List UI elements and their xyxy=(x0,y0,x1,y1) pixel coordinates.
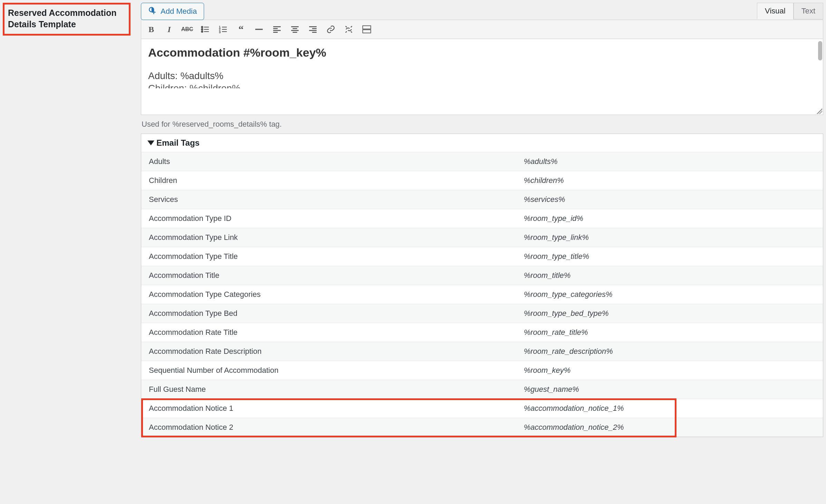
tag-token: %room_rate_title% xyxy=(516,323,823,342)
scrollbar-thumb[interactable] xyxy=(818,41,822,60)
tag-token: %room_type_categories% xyxy=(516,285,823,304)
table-row: Accommodation Notice 2%accommodation_not… xyxy=(141,418,823,437)
tag-token: %services% xyxy=(516,190,823,209)
helper-text: Used for %reserved_rooms_details% tag. xyxy=(142,120,823,129)
strikethrough-icon[interactable]: ABC xyxy=(181,23,193,35)
tag-token: %room_key% xyxy=(516,361,823,380)
caret-down-icon xyxy=(147,140,154,145)
editor-toolbar: B I ABC 123 “ xyxy=(141,20,823,39)
unlink-icon[interactable] xyxy=(343,23,355,35)
svg-point-1 xyxy=(201,26,203,28)
svg-rect-35 xyxy=(363,30,371,33)
table-row: Accommodation Rate Description%room_rate… xyxy=(141,342,823,361)
tab-text-label: Text xyxy=(801,7,815,15)
editor-mode-tabs: Visual Text xyxy=(757,3,823,19)
tag-label: Full Guest Name xyxy=(141,380,516,399)
numbered-list-icon[interactable]: 123 xyxy=(217,23,229,35)
blockquote-icon[interactable]: “ xyxy=(235,23,247,35)
tag-token: %children% xyxy=(516,171,823,190)
align-right-icon[interactable] xyxy=(307,23,319,35)
tag-token: %guest_name% xyxy=(516,380,823,399)
resize-handle-icon[interactable] xyxy=(817,108,822,114)
svg-rect-30 xyxy=(363,26,371,29)
horizontal-rule-icon[interactable] xyxy=(253,23,265,35)
table-row: Accommodation Rate Title%room_rate_title… xyxy=(141,323,823,342)
tag-label: Accommodation Type Title xyxy=(141,247,516,266)
table-row: Services%services% xyxy=(141,190,823,209)
tab-text[interactable]: Text xyxy=(794,3,823,19)
tag-label: Adults xyxy=(141,152,516,171)
align-left-icon[interactable] xyxy=(271,23,283,35)
table-row: Accommodation Title%room_title% xyxy=(141,266,823,285)
tab-visual-label: Visual xyxy=(765,7,786,15)
table-row: Accommodation Type Title%room_type_title… xyxy=(141,247,823,266)
table-row: Accommodation Type Categories%room_type_… xyxy=(141,285,823,304)
bullet-list-icon[interactable] xyxy=(199,23,211,35)
tag-label: Accommodation Type ID xyxy=(141,209,516,228)
editor-line-children: Children: %children% xyxy=(148,83,816,88)
tag-label: Accommodation Rate Title xyxy=(141,323,516,342)
tag-token: %room_title% xyxy=(516,266,823,285)
bold-icon[interactable]: B xyxy=(145,23,157,35)
email-tags-table: Adults%adults%Children%children%Services… xyxy=(141,152,823,437)
add-media-button[interactable]: Add Media xyxy=(141,3,204,20)
table-row: Children%children% xyxy=(141,171,823,190)
tag-label: Services xyxy=(141,190,516,209)
template-title-box: Reserved Accommodation Details Template xyxy=(3,3,131,36)
email-tags-panel: Email Tags Adults%adults%Children%childr… xyxy=(141,134,823,437)
svg-line-26 xyxy=(346,26,347,28)
table-row: Accommodation Type ID%room_type_id% xyxy=(141,209,823,228)
tag-token: %adults% xyxy=(516,152,823,171)
table-row: Adults%adults% xyxy=(141,152,823,171)
link-icon[interactable] xyxy=(325,23,337,35)
add-media-label: Add Media xyxy=(161,7,197,16)
tag-token: %room_type_title% xyxy=(516,247,823,266)
table-row: Accommodation Type Link%room_type_link% xyxy=(141,228,823,247)
italic-icon[interactable]: I xyxy=(163,23,175,35)
tag-label: Accommodation Notice 2 xyxy=(141,418,516,437)
editor-line-adults: Adults: %adults% xyxy=(148,70,816,81)
tag-label: Accommodation Notice 1 xyxy=(141,399,516,418)
template-title: Reserved Accommodation Details Template xyxy=(8,8,116,29)
table-row: Full Guest Name%guest_name% xyxy=(141,380,823,399)
tag-label: Accommodation Type Link xyxy=(141,228,516,247)
tag-label: Sequential Number of Accommodation xyxy=(141,361,516,380)
align-center-icon[interactable] xyxy=(289,23,301,35)
svg-point-3 xyxy=(201,29,203,30)
tag-token: %room_rate_description% xyxy=(516,342,823,361)
editor-content-area[interactable]: Accommodation #%room_key% Adults: %adult… xyxy=(141,39,823,115)
svg-text:3: 3 xyxy=(219,30,221,34)
svg-line-28 xyxy=(346,31,347,33)
tag-label: Accommodation Type Bed xyxy=(141,304,516,323)
svg-point-5 xyxy=(201,31,203,32)
tag-token: %room_type_id% xyxy=(516,209,823,228)
email-tags-toggle[interactable]: Email Tags xyxy=(141,134,823,152)
tag-label: Accommodation Type Categories xyxy=(141,285,516,304)
table-row: Accommodation Notice 1%accommodation_not… xyxy=(141,399,823,418)
tag-token: %accommodation_notice_2% xyxy=(516,418,823,437)
tag-label: Children xyxy=(141,171,516,190)
tag-label: Accommodation Title xyxy=(141,266,516,285)
tag-label: Accommodation Rate Description xyxy=(141,342,516,361)
media-icon xyxy=(148,6,157,17)
svg-line-29 xyxy=(351,26,352,28)
email-tags-summary-label: Email Tags xyxy=(156,138,200,148)
svg-line-27 xyxy=(351,31,352,33)
table-row: Accommodation Type Bed%room_type_bed_typ… xyxy=(141,304,823,323)
editor-heading: Accommodation #%room_key% xyxy=(148,46,816,59)
toolbar-toggle-icon[interactable] xyxy=(361,23,373,35)
tag-token: %room_type_bed_type% xyxy=(516,304,823,323)
table-row: Sequential Number of Accommodation%room_… xyxy=(141,361,823,380)
tag-token: %accommodation_notice_1% xyxy=(516,399,823,418)
tab-visual[interactable]: Visual xyxy=(757,3,794,19)
tag-token: %room_type_link% xyxy=(516,228,823,247)
